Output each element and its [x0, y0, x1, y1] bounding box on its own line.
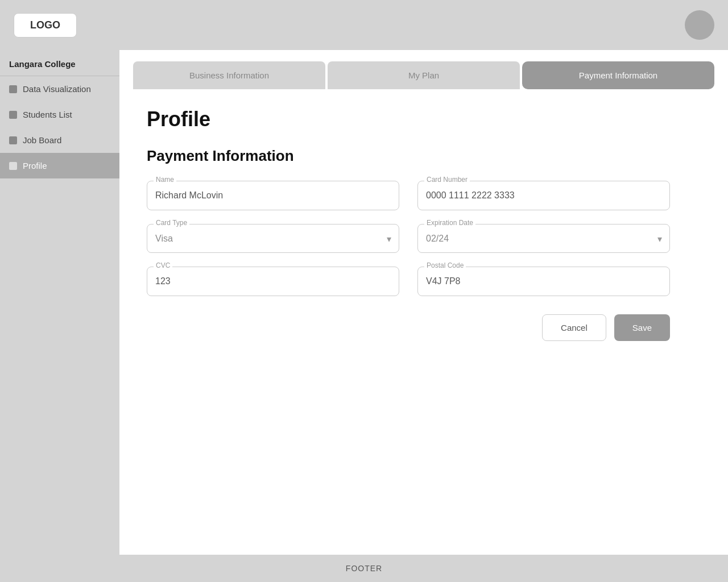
sidebar-item-label: Data Visualization [23, 84, 91, 94]
sidebar-item-label: Students List [23, 110, 72, 119]
postal-code-label: Postal Code [424, 261, 466, 269]
header: LOGO [0, 0, 728, 50]
logo: LOGO [14, 13, 77, 38]
sidebar-item-students-list[interactable]: Students List [0, 102, 119, 127]
card-type-field-wrapper: Card Type Visa Mastercard Amex [147, 224, 399, 253]
card-number-field-wrapper: Card Number [417, 181, 670, 210]
sidebar-item-data-visualization[interactable]: Data Visualization [0, 76, 119, 102]
cvc-field-wrapper: CVC [147, 267, 399, 296]
cvc-input[interactable] [147, 267, 399, 296]
buttons-row: Cancel Save [147, 314, 670, 341]
name-label: Name [154, 176, 176, 184]
name-input[interactable] [147, 181, 399, 210]
expiration-date-label: Expiration Date [424, 219, 475, 227]
sidebar: Langara College Data Visualization Stude… [0, 50, 119, 555]
tab-payment-information[interactable]: Payment Information [522, 61, 714, 89]
card-number-input[interactable] [417, 181, 670, 210]
profile-icon [9, 162, 17, 170]
tabs-row: Business Information My Plan Payment Inf… [119, 50, 728, 89]
sidebar-item-label: Profile [23, 161, 47, 171]
section-title: Payment Information [147, 147, 701, 165]
content-area: Business Information My Plan Payment Inf… [119, 50, 728, 555]
page-content: Profile Payment Information Name Card Nu… [119, 89, 728, 555]
card-type-label: Card Type [154, 219, 189, 227]
save-button[interactable]: Save [614, 314, 670, 341]
footer: FOOTER [0, 555, 728, 582]
payment-form: Name Card Number Card Type Visa Masterca… [147, 181, 670, 296]
card-number-label: Card Number [424, 176, 470, 184]
card-type-select[interactable]: Visa Mastercard Amex [147, 224, 399, 253]
expiration-date-select[interactable]: 02/24 03/24 04/24 [417, 224, 670, 253]
sidebar-item-profile[interactable]: Profile [0, 153, 119, 178]
data-visualization-icon [9, 85, 17, 93]
cvc-label: CVC [154, 261, 172, 269]
students-list-icon [9, 111, 17, 119]
job-board-icon [9, 136, 17, 144]
footer-label: FOOTER [346, 564, 382, 573]
main-layout: Langara College Data Visualization Stude… [0, 50, 728, 555]
expiration-date-field-wrapper: Expiration Date 02/24 03/24 04/24 [417, 224, 670, 253]
postal-code-field-wrapper: Postal Code [417, 267, 670, 296]
postal-code-input[interactable] [417, 267, 670, 296]
name-field-wrapper: Name [147, 181, 399, 210]
tab-business-information[interactable]: Business Information [133, 61, 325, 89]
tab-my-plan[interactable]: My Plan [328, 61, 520, 89]
sidebar-item-job-board[interactable]: Job Board [0, 127, 119, 153]
sidebar-item-label: Job Board [23, 135, 61, 145]
page-title: Profile [147, 107, 701, 131]
avatar[interactable] [685, 10, 714, 40]
sidebar-org-name: Langara College [0, 50, 119, 76]
cancel-button[interactable]: Cancel [542, 314, 606, 341]
